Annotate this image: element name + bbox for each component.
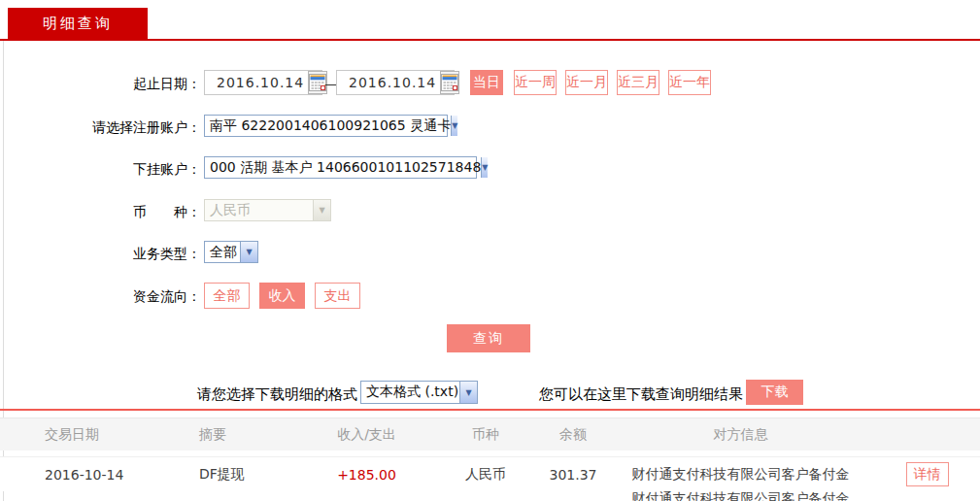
query-button[interactable]: 查询 [447, 324, 530, 352]
start-date-input[interactable] [205, 74, 308, 91]
tab-underline [0, 39, 980, 41]
quick-range-quarter-button[interactable]: 近三月 [617, 70, 659, 95]
cell-counterparty: 财付通支付科技有限公司客户备付金 [632, 490, 850, 501]
quick-range-year-button[interactable]: 近一年 [668, 70, 711, 95]
end-date-input[interactable] [337, 74, 440, 91]
currency-value: 人民币 [205, 202, 251, 219]
cell-amount: +185.00 [301, 467, 432, 483]
header-summary: 摘要 [155, 426, 301, 444]
table-header-row: 交易日期 摘要 收入/支出 币种 余额 对方信息 [0, 418, 980, 451]
calendar-icon[interactable] [440, 71, 459, 94]
chevron-down-icon[interactable]: ▼ [451, 116, 457, 136]
date-range-label: 起止日期： [3, 76, 201, 93]
business-type-label: 业务类型： [3, 246, 201, 263]
fund-flow-expense-button[interactable]: 支出 [315, 283, 360, 309]
quick-range-today-button[interactable]: 当日 [470, 70, 503, 95]
currency-label: 币 种： [3, 204, 201, 221]
cell-date: 2016-10-14 [0, 467, 155, 483]
download-format-select[interactable]: 文本格式 (.txt) ▼ [360, 381, 478, 404]
download-format-value: 文本格式 (.txt) [361, 384, 458, 401]
detail-query-page: 明细查询 起止日期： — [0, 0, 980, 501]
fund-flow-income-button[interactable]: 收入 [259, 283, 305, 309]
header-amount: 收入/支出 [301, 426, 432, 444]
chevron-down-icon: ▼ [313, 200, 330, 220]
business-type-select[interactable]: 全部 ▼ [204, 241, 258, 263]
registered-account-value: 南平 6222001406100921065 灵通卡 [205, 117, 451, 135]
header-balance: 余额 [539, 426, 607, 444]
cell-counterparty: 财付通支付科技有限公司客户备付金 [607, 466, 874, 484]
fund-flow-label: 资金流向： [3, 288, 201, 306]
download-format-label: 请您选择下载明细的格式 [163, 385, 357, 404]
table-row: 2016-10-14 DF提现 +185.00 人民币 301.37 财付通支付… [0, 456, 980, 491]
section-divider [0, 409, 980, 411]
header-counterparty: 对方信息 [607, 426, 874, 444]
sub-account-select[interactable]: 000 活期 基本户 1406600101102571848 ▼ [204, 156, 477, 179]
business-type-value: 全部 [205, 244, 237, 261]
sub-account-value: 000 活期 基本户 1406600101102571848 [205, 159, 481, 177]
quick-range-month-button[interactable]: 近一月 [565, 70, 608, 95]
cell-summary: DF提现 [155, 466, 301, 484]
registered-account-label: 请选择注册账户： [3, 119, 201, 137]
start-date-field [204, 70, 322, 95]
tab-label: 明细查询 [43, 15, 113, 33]
header-date: 交易日期 [0, 426, 155, 444]
tab-detail-query[interactable]: 明细查询 [8, 8, 148, 39]
chevron-down-icon[interactable]: ▼ [240, 242, 257, 262]
detail-button[interactable]: 详情 [906, 462, 949, 486]
chevron-down-icon[interactable]: ▼ [481, 157, 488, 178]
quick-range-week-button[interactable]: 近一周 [514, 70, 557, 95]
download-button[interactable]: 下载 [746, 380, 803, 405]
header-currency: 币种 [432, 426, 539, 444]
registered-account-select[interactable]: 南平 6222001406100921065 灵通卡 ▼ [204, 115, 448, 137]
fund-flow-all-button[interactable]: 全部 [204, 283, 250, 309]
chevron-down-icon[interactable]: ▼ [459, 382, 477, 403]
cell-currency: 人民币 [432, 466, 539, 484]
cell-balance: 301.37 [539, 467, 607, 483]
currency-select: 人民币 ▼ [204, 199, 331, 221]
download-hint-text: 您可以在这里下载查询明细结果 [539, 385, 743, 404]
sub-account-label: 下挂账户： [3, 161, 201, 179]
end-date-field [336, 70, 455, 95]
table-row-partial: 财付通支付科技有限公司客户备付金 [607, 490, 874, 501]
